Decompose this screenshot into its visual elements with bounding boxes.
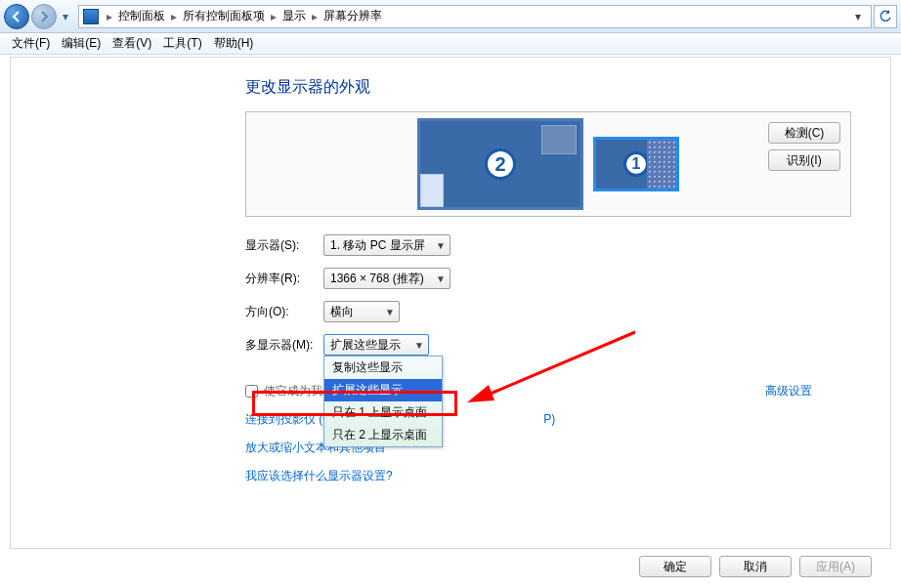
monitor-decor-icon <box>647 140 676 189</box>
select-value: 1. 移动 PC 显示屏 <box>330 237 425 254</box>
refresh-button[interactable] <box>874 5 897 28</box>
menu-file[interactable]: 文件(F) <box>6 33 56 54</box>
breadcrumb-item[interactable]: 显示 <box>279 8 310 24</box>
cancel-button[interactable]: 取消 <box>719 556 792 577</box>
monitor-2[interactable]: 2 <box>417 118 583 210</box>
menu-tools[interactable]: 工具(T) <box>157 33 207 54</box>
menu-edit[interactable]: 编辑(E) <box>56 33 107 54</box>
advanced-settings-link[interactable]: 高级设置 <box>765 383 812 399</box>
display-select[interactable]: 1. 移动 PC 显示屏 ▼ <box>323 234 450 256</box>
breadcrumb-item[interactable]: 屏幕分辨率 <box>320 8 386 24</box>
back-button[interactable] <box>4 4 29 29</box>
chevron-right-icon: ▸ <box>169 10 179 23</box>
select-value: 横向 <box>330 304 354 320</box>
monitor-decor-icon <box>541 125 577 154</box>
orientation-select[interactable]: 横向 ▼ <box>323 301 400 322</box>
address-bar[interactable]: ▸ 控制面板 ▸ 所有控制面板项 ▸ 显示 ▸ 屏幕分辨率 ▾ <box>78 5 872 28</box>
chevron-down-icon: ▼ <box>414 340 424 351</box>
menu-bar: 文件(F) 编辑(E) 查看(V) 工具(T) 帮助(H) <box>0 33 901 55</box>
display-label: 显示器(S): <box>245 237 323 254</box>
dropdown-option-only2[interactable]: 只在 2 上显示桌面 <box>324 424 442 446</box>
display-preview: 2 1 检测(C) 识别(I) <box>245 111 851 217</box>
monitor-badge: 2 <box>485 148 516 180</box>
dropdown-option-extend[interactable]: 扩展这些显示 <box>324 379 442 401</box>
identify-button[interactable]: 识别(I) <box>768 149 840 171</box>
orientation-label: 方向(O): <box>245 304 323 320</box>
which-settings-link[interactable]: 我应该选择什么显示器设置? <box>245 468 851 484</box>
page-title: 更改显示器的外观 <box>245 77 851 98</box>
dialog-buttons: 确定 取消 应用(A) <box>10 551 891 582</box>
apply-button[interactable]: 应用(A) <box>799 556 872 577</box>
ok-button[interactable]: 确定 <box>639 556 711 577</box>
resolution-label: 分辨率(R): <box>245 271 323 287</box>
menu-help[interactable]: 帮助(H) <box>208 33 260 54</box>
chevron-right-icon: ▸ <box>269 10 279 23</box>
multi-display-select[interactable]: 扩展这些显示 ▼ <box>323 334 429 356</box>
address-dropdown-icon[interactable]: ▾ <box>849 10 867 23</box>
chevron-right-icon: ▸ <box>105 10 114 23</box>
multi-display-label: 多显示器(M): <box>245 337 323 354</box>
chevron-down-icon: ▼ <box>385 307 395 317</box>
chevron-down-icon: ▼ <box>436 273 446 284</box>
breadcrumb-item[interactable]: 控制面板 <box>114 8 169 24</box>
monitor-decor-icon <box>420 174 444 207</box>
content-panel: 更改显示器的外观 2 1 检测(C) 识别(I) 显示器(S): 1. 移动 P… <box>10 57 891 549</box>
monitor-badge: 1 <box>623 151 649 177</box>
dropdown-option-duplicate[interactable]: 复制这些显示 <box>324 357 442 379</box>
multi-display-dropdown: 复制这些显示 扩展这些显示 只在 1 上显示桌面 只在 2 上显示桌面 <box>323 356 443 447</box>
monitor-1[interactable]: 1 <box>593 137 679 191</box>
select-value: 1366 × 768 (推荐) <box>330 271 424 287</box>
dropdown-option-only1[interactable]: 只在 1 上显示桌面 <box>324 401 442 424</box>
chevron-down-icon: ▼ <box>436 240 446 251</box>
make-main-checkbox[interactable] <box>245 385 258 398</box>
control-panel-icon <box>83 9 99 24</box>
chevron-right-icon: ▸ <box>310 10 320 23</box>
select-value: 扩展这些显示 <box>330 337 401 354</box>
menu-view[interactable]: 查看(V) <box>107 33 157 54</box>
breadcrumb-item[interactable]: 所有控制面板项 <box>179 8 269 24</box>
nav-history-dropdown[interactable]: ▾ <box>59 4 72 29</box>
detect-button[interactable]: 检测(C) <box>768 122 840 144</box>
forward-button[interactable] <box>31 4 57 29</box>
navigation-toolbar: ▾ ▸ 控制面板 ▸ 所有控制面板项 ▸ 显示 ▸ 屏幕分辨率 ▾ <box>0 0 901 33</box>
resolution-select[interactable]: 1366 × 768 (推荐) ▼ <box>323 268 450 289</box>
